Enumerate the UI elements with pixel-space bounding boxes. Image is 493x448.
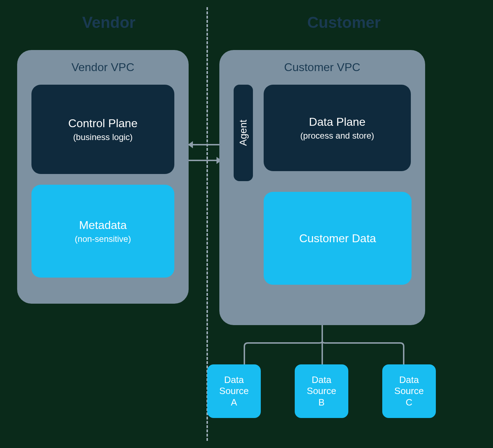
vendor-vpc-container: Vendor VPC Control Plane (business logic… xyxy=(17,50,189,304)
agent-box: Agent xyxy=(234,85,253,181)
data-source-c: Data Source C xyxy=(382,364,436,418)
architecture-diagram: Vendor Customer Vendor VPC Control Plane… xyxy=(0,0,493,448)
control-plane-box: Control Plane (business logic) xyxy=(31,85,174,174)
data-source-c-line2: Source xyxy=(394,385,424,397)
data-plane-box: Data Plane (process and store) xyxy=(264,85,411,171)
control-plane-sub: (business logic) xyxy=(73,132,133,142)
customer-data-box: Customer Data xyxy=(264,192,412,285)
metadata-sub: (non-sensitive) xyxy=(75,234,131,244)
data-source-b-line1: Data xyxy=(312,374,332,385)
data-source-a-line3: A xyxy=(231,397,237,408)
metadata-title: Metadata xyxy=(79,219,126,232)
data-source-c-line3: C xyxy=(406,397,413,408)
data-plane-sub: (process and store) xyxy=(300,131,374,141)
data-sources-row: Data Source A Data Source B Data Source … xyxy=(207,364,436,418)
branch-connectors xyxy=(219,325,425,364)
bidirectional-arrows xyxy=(189,141,221,170)
vendor-heading: Vendor xyxy=(82,14,135,31)
data-source-c-line1: Data xyxy=(399,374,419,385)
data-source-b: Data Source B xyxy=(295,364,348,418)
arrow-line-bottom xyxy=(189,160,221,161)
customer-data-title: Customer Data xyxy=(299,232,376,245)
data-source-a: Data Source A xyxy=(207,364,261,418)
data-plane-title: Data Plane xyxy=(309,115,365,129)
data-source-b-line2: Source xyxy=(307,385,336,397)
arrow-line-top xyxy=(189,144,221,145)
data-source-a-line2: Source xyxy=(219,385,249,397)
metadata-box: Metadata (non-sensitive) xyxy=(31,185,174,278)
customer-heading: Customer xyxy=(307,14,380,31)
vendor-vpc-title: Vendor VPC xyxy=(31,61,174,74)
control-plane-title: Control Plane xyxy=(68,117,138,130)
data-source-b-line3: B xyxy=(318,397,324,408)
arrow-head-left-icon xyxy=(188,141,193,148)
customer-vpc-container: Customer VPC Agent Data Plane (process a… xyxy=(219,50,425,325)
agent-label: Agent xyxy=(238,120,249,146)
customer-vpc-title: Customer VPC xyxy=(234,61,411,74)
data-source-a-line1: Data xyxy=(224,374,244,385)
